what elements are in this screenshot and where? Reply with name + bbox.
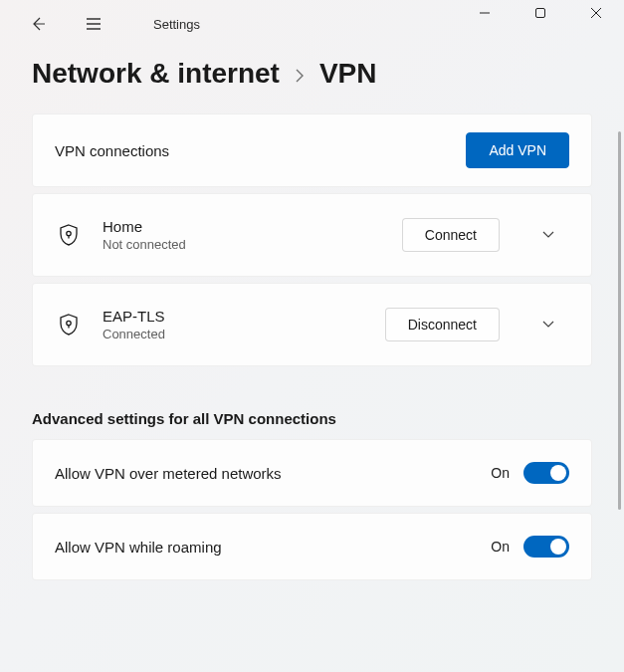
metered-toggle-label: Allow VPN over metered networks [55, 465, 491, 482]
titlebar: Settings [0, 0, 624, 48]
svg-rect-0 [536, 9, 545, 18]
advanced-heading: Advanced settings for all VPN connection… [32, 410, 592, 427]
chevron-down-icon [541, 230, 555, 240]
metered-toggle-state: On [491, 465, 510, 481]
roaming-toggle-state: On [491, 539, 510, 555]
toggle-knob [550, 465, 566, 481]
vpn-entry-status: Connected [103, 327, 365, 341]
shield-icon [55, 313, 83, 336]
toggle-knob [550, 539, 566, 555]
close-icon [590, 7, 602, 19]
svg-point-2 [67, 321, 71, 325]
vpn-entry-home[interactable]: Home Not connected Connect [32, 193, 592, 277]
chevron-down-icon [541, 320, 555, 330]
close-button[interactable] [568, 0, 624, 26]
add-vpn-button[interactable]: Add VPN [466, 132, 569, 168]
shield-icon [55, 223, 83, 247]
breadcrumb-current: VPN [319, 58, 377, 90]
breadcrumb: Network & internet VPN [32, 58, 592, 90]
expand-button[interactable] [527, 214, 569, 256]
disconnect-button[interactable]: Disconnect [385, 308, 500, 341]
svg-point-1 [67, 231, 71, 235]
back-button[interactable] [20, 6, 56, 42]
minimize-button[interactable] [457, 0, 513, 26]
menu-button[interactable] [76, 6, 111, 42]
app-title: Settings [153, 17, 200, 32]
scrollbar[interactable] [618, 131, 621, 510]
roaming-toggle[interactable] [523, 536, 569, 558]
connect-button[interactable]: Connect [402, 218, 500, 252]
vpn-entry-eap-tls[interactable]: EAP-TLS Connected Disconnect [32, 283, 592, 366]
vpn-connections-card: VPN connections Add VPN [32, 113, 592, 187]
metered-toggle-card: Allow VPN over metered networks On [32, 439, 592, 507]
maximize-button[interactable] [513, 0, 568, 26]
vpn-entry-name: EAP-TLS [103, 308, 365, 325]
vpn-entry-status: Not connected [103, 237, 382, 252]
breadcrumb-parent[interactable]: Network & internet [32, 58, 280, 90]
hamburger-icon [86, 17, 102, 31]
expand-button[interactable] [527, 304, 569, 345]
vpn-connections-label: VPN connections [55, 142, 466, 159]
window-controls [457, 0, 624, 26]
roaming-toggle-label: Allow VPN while roaming [55, 539, 491, 556]
chevron-right-icon [294, 65, 306, 88]
minimize-icon [479, 7, 491, 19]
arrow-left-icon [30, 16, 46, 32]
metered-toggle[interactable] [523, 462, 569, 484]
maximize-icon [534, 7, 546, 19]
roaming-toggle-card: Allow VPN while roaming On [32, 513, 592, 580]
vpn-entry-name: Home [103, 218, 382, 235]
